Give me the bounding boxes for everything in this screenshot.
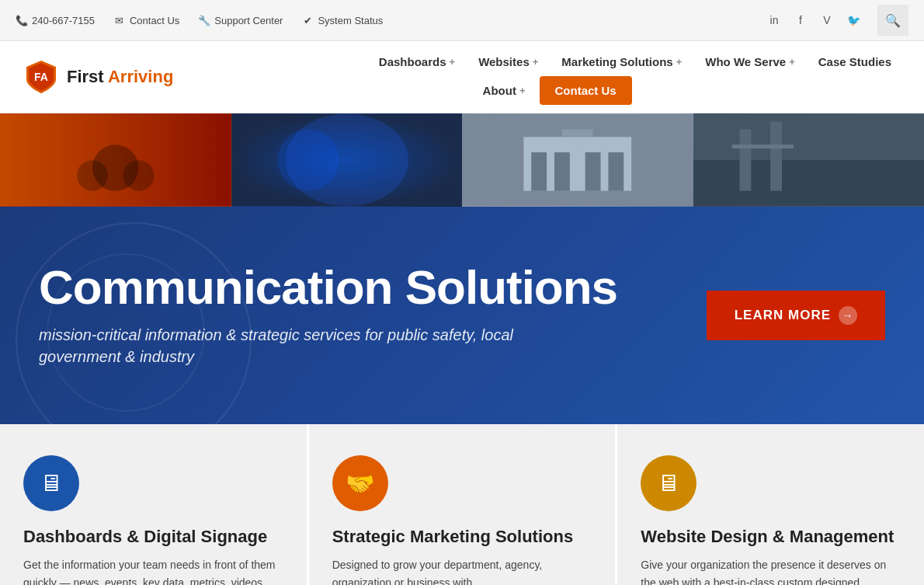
nav-row-bottom: About + Contact Us [204,76,901,105]
svg-text:FA: FA [34,71,48,83]
svg-rect-13 [554,152,570,191]
dashboards-title: Dashboards & Digital Signage [23,527,283,547]
svg-rect-19 [770,121,782,190]
logo-text: First Arriving [67,68,173,86]
marketing-title: Strategic Marketing Solutions [332,527,592,547]
social-links: in f V 🐦 🔍 [766,5,908,36]
nav-case-studies[interactable]: Case Studies [809,49,901,75]
svg-point-5 [123,160,155,191]
contact-label: Contact Us [130,15,179,26]
websites-plus: + [533,56,539,68]
nav-dashboards[interactable]: Dashboards + [370,49,464,75]
service-card-dashboards: 🖥 Dashboards & Digital Signage Get the i… [0,424,309,585]
nav-websites[interactable]: Websites + [469,49,547,75]
svg-rect-18 [739,129,751,190]
hero-cta: LEARN MORE → [707,291,885,340]
hero-cityhall-image [462,113,693,207]
phone-item[interactable]: 📞 240-667-7155 [16,14,95,26]
hero-subtitle: mission-critical information & strategic… [39,324,536,367]
svg-rect-17 [693,160,925,207]
service-card-website: 🖥 Website Design & Management Give your … [617,424,924,585]
status-item[interactable]: ✔ System Status [301,14,383,26]
search-button-top[interactable]: 🔍 [877,5,908,36]
linkedin-icon[interactable]: in [766,12,783,29]
phone-number: 240-667-7155 [32,15,95,26]
support-item[interactable]: 🔧 Support Center [198,14,283,26]
handshake-icon: 🤝 [346,470,374,497]
support-icon: 🔧 [198,14,210,26]
svg-rect-1 [0,114,231,207]
nav-who-we-serve[interactable]: Who We Serve + [696,49,804,75]
learn-more-button[interactable]: LEARN MORE → [707,291,885,340]
website-title: Website Design & Management [641,527,901,547]
nav-marketing[interactable]: Marketing Solutions + [552,49,691,75]
logo-shield-icon: FA [23,59,59,95]
svg-rect-20 [731,145,793,148]
phone-icon: 📞 [16,14,28,26]
hero-fire-image [0,113,231,207]
nav-about[interactable]: About + [474,78,535,103]
nav-contact-us[interactable]: Contact Us [540,76,632,105]
services-section: 🖥 Dashboards & Digital Signage Get the i… [0,424,924,585]
vimeo-icon[interactable]: V [818,12,835,29]
svg-rect-12 [531,152,547,191]
svg-rect-15 [608,152,624,191]
svg-point-4 [77,160,108,191]
marketing-plus: + [676,56,683,68]
check-icon: ✔ [301,14,314,26]
dashboards-desc: Get the information your team needs in f… [23,556,283,585]
svg-point-8 [277,129,339,190]
website-icon-wrap: 🖥 [641,455,696,511]
mail-icon: ✉ [113,14,126,26]
header: FA First Arriving Dashboards + Websites … [0,41,924,113]
svg-point-7 [285,114,408,207]
facebook-icon[interactable]: f [792,12,809,29]
svg-rect-14 [585,152,601,191]
hero-strip [0,113,924,207]
marketing-desc: Designed to grow your department, agency… [332,556,592,585]
svg-rect-11 [562,129,593,137]
hero-content: Communication Solutions mission-critical… [39,263,676,367]
dashboards-plus: + [450,56,456,68]
who-we-serve-plus: + [789,56,795,68]
svg-rect-6 [231,114,463,207]
main-nav: Dashboards + Websites + Marketing Soluti… [204,49,901,105]
dashboards-icon-wrap: 🖥 [23,455,79,511]
hero-police-image [231,113,463,207]
about-plus: + [519,85,526,96]
arrow-icon: → [839,306,857,325]
top-bar: 📞 240-667-7155 ✉ Contact Us 🔧 Support Ce… [0,0,924,41]
svg-rect-2 [0,114,231,207]
webpage-icon: 🖥 [657,470,680,496]
logo[interactable]: FA First Arriving [23,59,173,95]
status-label: System Status [318,15,383,26]
website-desc: Give your organization the presence it d… [641,556,901,585]
svg-point-3 [92,145,139,190]
marketing-icon-wrap: 🤝 [332,455,388,511]
hero-title: Communication Solutions [39,263,676,312]
monitor-icon: 🖥 [40,470,63,496]
twitter-icon[interactable]: 🐦 [845,12,862,29]
support-label: Support Center [214,15,283,26]
contact-item[interactable]: ✉ Contact Us [113,14,179,26]
hero-construction-image [693,113,925,207]
nav-row-top: Dashboards + Websites + Marketing Soluti… [204,49,901,75]
main-hero: Communication Solutions mission-critical… [0,207,924,424]
service-card-marketing: 🤝 Strategic Marketing Solutions Designed… [309,424,618,585]
